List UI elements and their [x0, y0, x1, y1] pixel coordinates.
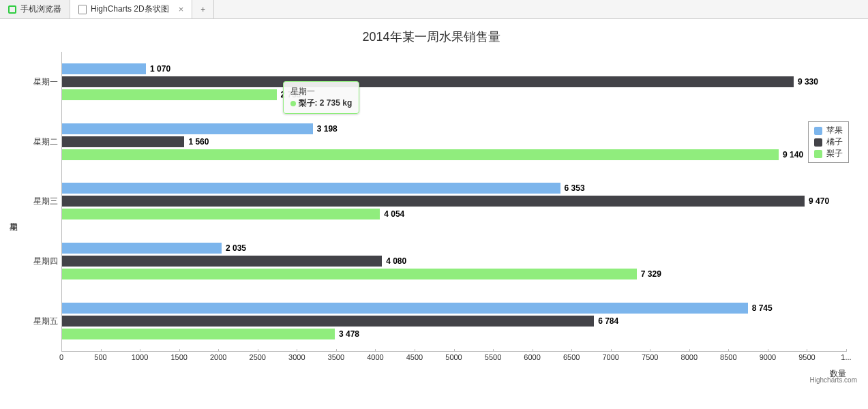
- bar-value-label: 7 329: [641, 269, 661, 279]
- x-tick-label: 1500: [170, 353, 187, 361]
- close-icon[interactable]: ×: [179, 4, 184, 14]
- bar-value-label: 2 035: [226, 243, 246, 254]
- category-label: 星期三: [21, 196, 58, 207]
- bar-value-label: 1 070: [150, 63, 170, 74]
- chart-credit[interactable]: Highcharts.com: [810, 376, 857, 384]
- tab-title: HighCharts 2D条状图: [91, 3, 169, 15]
- bar-pear[interactable]: 2 735: [62, 89, 277, 100]
- legend-swatch-icon: [814, 127, 822, 135]
- category-group: 星期二3 1981 5609 140: [62, 112, 846, 172]
- bar-apple[interactable]: 1 070: [62, 63, 146, 74]
- legend-label: 橘子: [826, 136, 843, 148]
- bar-value-label: 4 054: [384, 209, 404, 219]
- legend-item-pear[interactable]: 梨子: [814, 148, 843, 160]
- x-tick-label: 5500: [485, 353, 501, 361]
- legend-item-orange[interactable]: 橘子: [814, 136, 843, 148]
- bar-value-label: 6 784: [598, 316, 618, 327]
- bar-orange[interactable]: 4 080: [62, 256, 382, 267]
- document-icon: [78, 5, 87, 14]
- bar-pear[interactable]: 7 329: [62, 269, 637, 279]
- category-group: 星期一1 0709 3302 735: [62, 52, 846, 112]
- legend-swatch-icon: [814, 150, 822, 158]
- x-tick-label: 7000: [602, 353, 618, 361]
- browser-tab-bar: 手机浏览器 HighCharts 2D条状图 × +: [0, 0, 868, 19]
- bar-orange[interactable]: 1 560: [62, 136, 184, 147]
- bar-value-label: 6 353: [565, 183, 585, 194]
- tab-title: 手机浏览器: [20, 3, 61, 15]
- browser-tab-0[interactable]: 手机浏览器: [0, 0, 70, 18]
- bar-value-label: 3 198: [317, 123, 338, 134]
- bar-apple[interactable]: 2 035: [62, 243, 222, 254]
- bar-apple[interactable]: 8 745: [62, 303, 748, 314]
- category-label: 星期四: [21, 256, 58, 267]
- chart-legend: 苹果 橘子 梨子: [808, 121, 849, 163]
- bar-pear[interactable]: 9 140: [62, 149, 779, 160]
- chart-title: 2014年某一周水果销售量: [5, 29, 857, 45]
- favicon-icon: [8, 5, 16, 14]
- browser-tab-1[interactable]: HighCharts 2D条状图 ×: [70, 0, 192, 18]
- x-tick-label: 4000: [367, 353, 383, 361]
- x-axis-ticks: 0500100015002000250030003500400045005000…: [61, 352, 846, 364]
- bar-apple[interactable]: 6 353: [62, 183, 560, 194]
- bar-value-label: 8 745: [752, 303, 773, 314]
- bar-value-label: 9 330: [798, 76, 818, 87]
- x-tick-label: 4500: [406, 353, 423, 361]
- y-axis-title: 星期: [5, 52, 20, 380]
- legend-label: 苹果: [826, 125, 843, 136]
- x-tick-label: 1000: [132, 353, 148, 361]
- legend-swatch-icon: [814, 138, 822, 147]
- x-tick-label: 0: [59, 353, 63, 361]
- x-tick-label: 1...: [841, 353, 851, 361]
- x-tick-label: 8000: [681, 353, 698, 361]
- category-label: 星期二: [21, 136, 58, 147]
- bar-value-label: 9 470: [809, 196, 829, 207]
- bar-value-label: 9 140: [783, 149, 803, 160]
- bar-value-label: 4 080: [386, 256, 406, 267]
- x-axis-title: 数量: [20, 368, 846, 380]
- x-tick-label: 6000: [524, 353, 540, 361]
- bar-apple[interactable]: 3 198: [62, 123, 313, 134]
- bar-value-label: 1 560: [188, 136, 209, 147]
- x-tick-label: 5000: [445, 353, 462, 361]
- bar-value-label: 2 735: [281, 89, 301, 100]
- x-tick-label: 9000: [760, 353, 776, 361]
- x-tick-label: 8500: [720, 353, 736, 361]
- x-tick-label: 2500: [250, 353, 266, 361]
- category-group: 星期四2 0354 0807 329: [62, 231, 846, 291]
- chart-container: 2014年某一周水果销售量 星期 星期一1 0709 3302 735星期二3 …: [0, 19, 868, 385]
- category-label: 星期一: [21, 76, 58, 87]
- x-tick-label: 500: [94, 353, 106, 361]
- bar-orange[interactable]: 9 330: [62, 76, 794, 87]
- category-group: 星期五8 7456 7843 478: [62, 291, 846, 351]
- bar-orange[interactable]: 9 470: [62, 196, 805, 207]
- bar-value-label: 3 478: [339, 329, 359, 339]
- category-label: 星期五: [21, 316, 58, 327]
- x-tick-label: 9500: [798, 353, 815, 361]
- bar-pear[interactable]: 3 478: [62, 329, 335, 339]
- category-group: 星期三6 3539 4704 054: [62, 172, 846, 232]
- legend-label: 梨子: [826, 148, 843, 160]
- x-tick-label: 2000: [210, 353, 226, 361]
- x-tick-label: 7500: [642, 353, 658, 361]
- x-tick-label: 6500: [563, 353, 580, 361]
- bar-pear[interactable]: 4 054: [62, 209, 380, 219]
- new-tab-button[interactable]: +: [192, 0, 214, 18]
- plot-area[interactable]: 星期一1 0709 3302 735星期二3 1981 5609 140星期三6…: [61, 52, 846, 352]
- legend-item-apple[interactable]: 苹果: [814, 125, 843, 136]
- bar-orange[interactable]: 6 784: [62, 316, 594, 327]
- x-tick-label: 3000: [288, 353, 305, 361]
- x-tick-label: 3500: [328, 353, 344, 361]
